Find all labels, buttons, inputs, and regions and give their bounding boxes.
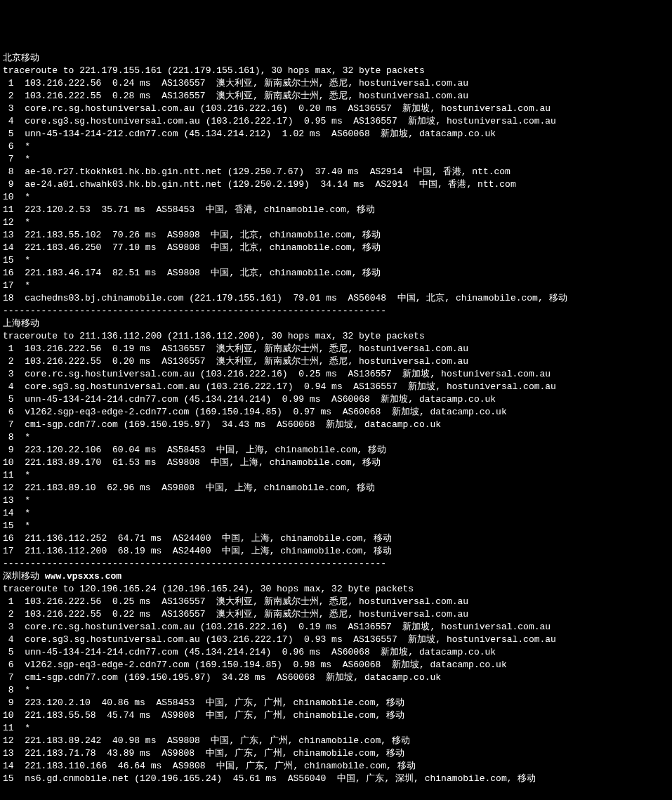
traceroute-hop: 4 core.sg3.sg.hostuniversal.com.au (103.… [3, 634, 669, 646]
traceroute-hop: 16 211.136.112.252 64.71 ms AS24400 中国, … [3, 532, 669, 545]
traceroute-hop: 5 unn-45-134-214-212.cdn77.com (45.134.2… [3, 128, 669, 140]
traceroute-header: traceroute to 211.136.112.200 (211.136.1… [3, 330, 669, 343]
traceroute-hop: 15 * [3, 254, 669, 267]
traceroute-hop: 9 ae-24.a01.chwahk03.hk.bb.gin.ntt.net (… [3, 178, 669, 191]
traceroute-hop: 6 vl262.sgp-eq3-edge-2.cdn77.com (169.15… [3, 659, 669, 671]
traceroute-hop: 8 ae-10.r27.tkokhk01.hk.bb.gin.ntt.net (… [3, 166, 669, 178]
traceroute-hop: 12 221.183.89.10 62.96 ms AS9808 中国, 上海,… [3, 482, 669, 494]
traceroute-hop: 11 * [3, 722, 669, 735]
traceroute-hop: 7 cmi-sgp.cdn77.com (169.150.195.97) 34.… [3, 419, 669, 431]
traceroute-hop: 2 103.216.222.55 0.28 ms AS136557 澳大利亚, … [3, 90, 669, 103]
traceroute-header: traceroute to 120.196.165.24 (120.196.16… [3, 583, 669, 596]
traceroute-hop: 1 103.216.222.56 0.19 ms AS136557 澳大利亚, … [3, 343, 669, 355]
traceroute-hop: 15 * [3, 520, 669, 532]
section-title-domain: www.vpsxxs.com [45, 571, 121, 582]
traceroute-hop: 10 221.183.89.170 61.53 ms AS9808 中国, 上海… [3, 457, 669, 469]
traceroute-hop: 3 core.rc.sg.hostuniversal.com.au (103.2… [3, 368, 669, 381]
traceroute-hop: 7 cmi-sgp.cdn77.com (169.150.195.97) 34.… [3, 671, 669, 684]
traceroute-hop: 12 221.183.89.242 40.98 ms AS9808 中国, 广东… [3, 735, 669, 747]
terminal-output: 北京移动traceroute to 221.179.155.161 (221.1… [3, 52, 669, 785]
traceroute-hop: 16 221.183.46.174 82.51 ms AS9808 中国, 北京… [3, 267, 669, 280]
section-title-text: 深圳移动 [3, 571, 45, 582]
traceroute-hop: 6 vl262.sgp-eq3-edge-2.cdn77.com (169.15… [3, 406, 669, 419]
traceroute-hop: 10 * [3, 191, 669, 204]
traceroute-hop: 14 221.183.46.250 77.10 ms AS9808 中国, 北京… [3, 242, 669, 254]
traceroute-hop: 3 core.rc.sg.hostuniversal.com.au (103.2… [3, 621, 669, 634]
traceroute-hop: 18 cachedns03.bj.chinamobile.com (221.17… [3, 292, 669, 305]
traceroute-hop: 13 221.183.55.102 70.26 ms AS9808 中国, 北京… [3, 229, 669, 242]
traceroute-hop: 4 core.sg3.sg.hostuniversal.com.au (103.… [3, 115, 669, 128]
traceroute-hop: 17 * [3, 280, 669, 292]
traceroute-hop: 11 223.120.2.53 35.71 ms AS58453 中国, 香港,… [3, 204, 669, 216]
traceroute-hop: 7 * [3, 153, 669, 166]
traceroute-hop: 5 unn-45-134-214-214.cdn77.com (45.134.2… [3, 393, 669, 406]
traceroute-hop: 9 223.120.22.106 60.04 ms AS58453 中国, 上海… [3, 444, 669, 457]
traceroute-hop: 17 211.136.112.200 68.19 ms AS24400 中国, … [3, 545, 669, 558]
traceroute-hop: 9 223.120.2.10 40.86 ms AS58453 中国, 广东, … [3, 697, 669, 709]
traceroute-hop: 8 * [3, 684, 669, 697]
traceroute-hop: 2 103.216.222.55 0.20 ms AS136557 澳大利亚, … [3, 355, 669, 368]
traceroute-hop: 14 221.183.110.166 46.64 ms AS9808 中国, 广… [3, 760, 669, 773]
traceroute-hop: 8 * [3, 431, 669, 444]
divider-line: ----------------------------------------… [3, 305, 669, 317]
section-title: 北京移动 [3, 52, 669, 65]
traceroute-hop: 11 * [3, 469, 669, 482]
traceroute-hop: 13 221.183.71.78 43.89 ms AS9808 中国, 广东,… [3, 747, 669, 760]
traceroute-hop: 4 core.sg3.sg.hostuniversal.com.au (103.… [3, 381, 669, 393]
section-title: 上海移动 [3, 317, 669, 330]
traceroute-header: traceroute to 221.179.155.161 (221.179.1… [3, 65, 669, 77]
traceroute-hop: 1 103.216.222.56 0.24 ms AS136557 澳大利亚, … [3, 77, 669, 90]
traceroute-hop: 6 * [3, 140, 669, 153]
section-title: 深圳移动 www.vpsxxs.com [3, 570, 669, 583]
traceroute-hop: 3 core.rc.sg.hostuniversal.com.au (103.2… [3, 103, 669, 115]
traceroute-hop: 12 * [3, 216, 669, 229]
traceroute-hop: 2 103.216.222.55 0.22 ms AS136557 澳大利亚, … [3, 608, 669, 621]
traceroute-hop: 13 * [3, 494, 669, 507]
traceroute-hop: 10 221.183.55.58 45.74 ms AS9808 中国, 广东,… [3, 709, 669, 722]
traceroute-hop: 15 ns6.gd.cnmobile.net (120.196.165.24) … [3, 773, 669, 785]
traceroute-hop: 14 * [3, 507, 669, 520]
traceroute-hop: 5 unn-45-134-214-214.cdn77.com (45.134.2… [3, 646, 669, 659]
traceroute-hop: 1 103.216.222.56 0.25 ms AS136557 澳大利亚, … [3, 596, 669, 608]
divider-line: ----------------------------------------… [3, 558, 669, 570]
